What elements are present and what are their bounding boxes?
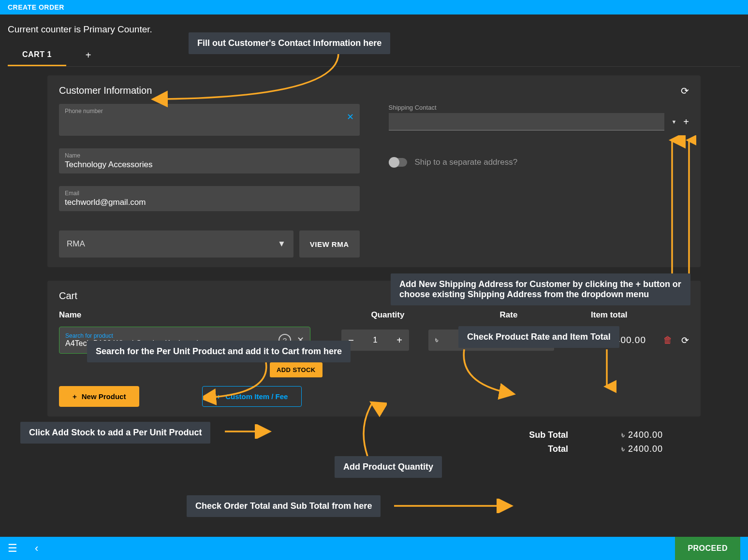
total-value: ৳ 2400.00 <box>621 444 689 454</box>
customer-info-title: Customer Information <box>59 85 689 96</box>
callout-add-stock: Click Add Stock to add a Per Unit Produc… <box>20 422 210 444</box>
qty-input[interactable] <box>361 335 390 345</box>
plus-icon: + <box>216 392 220 401</box>
ship-separate-label: Ship to a separate address? <box>415 158 518 167</box>
customer-info-panel: ⟳ Customer Information Phone number ✕ Na… <box>47 75 701 267</box>
subtotal-value: ৳ 2400.00 <box>621 430 689 440</box>
cart-title: Cart <box>59 290 77 302</box>
email-field[interactable]: Email techworld@gmail.com <box>59 186 360 211</box>
header-bar: CREATE ORDER <box>0 0 748 14</box>
col-name: Name <box>59 310 330 320</box>
back-icon[interactable]: ‹ <box>35 542 38 555</box>
search-label: Search for product <box>65 332 275 339</box>
callout-search: Search for the Per Unit Product and add … <box>87 341 351 362</box>
email-value: techworld@gmail.com <box>65 198 354 207</box>
phone-label: Phone number <box>65 108 354 115</box>
tab-cart-1[interactable]: CART 1 <box>8 44 66 66</box>
tab-add-button[interactable]: + <box>86 50 91 61</box>
cart-column-headers: Name Quantity Rate Item total <box>59 310 689 320</box>
add-shipping-button[interactable]: + <box>683 116 689 128</box>
shipping-dropdown-icon[interactable]: ▼ <box>671 119 676 125</box>
email-label: Email <box>65 190 354 197</box>
header-title: CREATE ORDER <box>8 3 64 11</box>
custom-item-button[interactable]: + Custom Item / Fee <box>202 386 302 407</box>
callout-shipping: Add New Shipping Address for Customer by… <box>391 273 690 305</box>
quantity-stepper: − + <box>341 330 409 351</box>
callout-totals: Check Order Total and Sub Total from her… <box>187 495 381 517</box>
currency-icon: ৳ <box>435 335 439 345</box>
phone-field[interactable]: Phone number ✕ <box>59 104 360 136</box>
clear-phone-icon[interactable]: ✕ <box>347 112 354 122</box>
new-product-button[interactable]: + New Product <box>59 386 139 407</box>
name-field[interactable]: Name Technology Accessories <box>59 148 360 173</box>
col-qty: Quantity <box>330 310 446 320</box>
name-label: Name <box>65 152 354 159</box>
add-stock-button[interactable]: ADD STOCK <box>270 362 323 377</box>
total-label: Total <box>510 444 568 454</box>
col-total: Item total <box>572 310 689 320</box>
chevron-down-icon: ▼ <box>278 239 286 249</box>
callout-qty: Add Product Quantity <box>335 456 442 478</box>
bottom-bar: ☰ ‹ PROCEED <box>0 537 748 560</box>
callout-contact-info: Fill out Customer's Contact Information … <box>189 32 390 54</box>
col-rate: Rate <box>446 310 572 320</box>
refresh-icon[interactable]: ⟳ <box>681 85 689 97</box>
proceed-button[interactable]: PROCEED <box>675 537 740 560</box>
view-rma-button[interactable]: VIEW RMA <box>299 230 360 258</box>
refresh-line-icon[interactable]: ⟳ <box>681 335 689 346</box>
name-value: Technology Accessories <box>65 160 354 170</box>
menu-icon[interactable]: ☰ <box>8 542 17 555</box>
callout-rate-total: Check Product Rate and Item Total <box>458 326 619 348</box>
plus-icon: + <box>73 392 77 401</box>
shipping-contact-label: Shipping Contact <box>389 104 689 111</box>
rma-select[interactable]: RMA ▼ <box>59 230 293 258</box>
shipping-contact-select[interactable] <box>389 113 665 130</box>
main-content: Current counter is Primary Counter. CART… <box>0 14 748 454</box>
rma-label: RMA <box>67 239 85 249</box>
subtotal-label: Sub Total <box>510 430 568 440</box>
phone-input[interactable] <box>65 115 354 125</box>
delete-line-icon[interactable]: 🗑 <box>663 335 673 345</box>
qty-increase-button[interactable]: + <box>390 335 409 346</box>
ship-separate-toggle[interactable] <box>389 158 407 167</box>
